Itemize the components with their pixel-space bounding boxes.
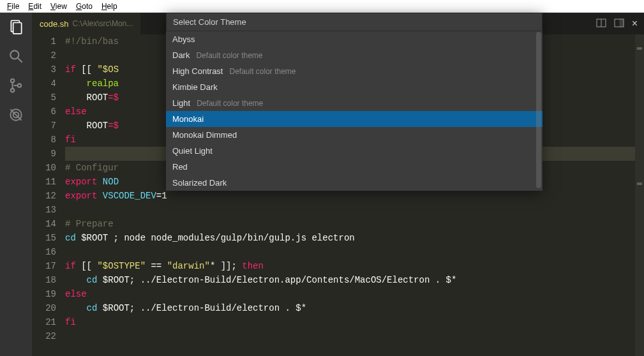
code-line[interactable]: [65, 329, 644, 343]
svg-point-6: [18, 84, 21, 87]
menu-goto[interactable]: Goto: [71, 2, 97, 11]
debug-icon[interactable]: [7, 106, 25, 124]
theme-option-abyss[interactable]: Abyss: [166, 31, 543, 47]
code-line[interactable]: fi: [65, 315, 644, 329]
code-line[interactable]: else: [65, 287, 644, 301]
line-gutter: 12345678910111213141516171819202122: [32, 34, 65, 356]
split-editor-icon[interactable]: [596, 18, 606, 30]
menu-view[interactable]: View: [46, 2, 71, 11]
editor-area: code.sh C:\Alex\src\Mon... × 12345678910…: [32, 13, 644, 356]
theme-option-solarized-dark[interactable]: Solarized Dark: [166, 175, 543, 191]
theme-option-monokai-dimmed[interactable]: Monokai Dimmed: [166, 127, 543, 143]
palette-scrollbar[interactable]: [536, 32, 541, 188]
svg-point-4: [11, 79, 14, 82]
svg-rect-13: [620, 19, 624, 27]
code-line[interactable]: [65, 203, 644, 217]
svg-line-3: [18, 58, 22, 63]
tab-filename: code.sh: [40, 19, 69, 29]
svg-rect-1: [13, 23, 22, 34]
code-line[interactable]: cd $ROOT; ../Electron-Build/electron . $…: [65, 301, 644, 315]
code-line[interactable]: if [[ "$OSTYPE" == "darwin"* ]]; then: [65, 259, 644, 273]
theme-option-quiet-light[interactable]: Quiet Light: [166, 143, 543, 159]
close-icon[interactable]: ×: [632, 18, 638, 30]
editor-tab[interactable]: code.sh C:\Alex\src\Mon...: [32, 13, 140, 34]
palette-title: Select Color Theme: [166, 13, 543, 31]
menu-file[interactable]: File: [3, 2, 24, 11]
menu-help[interactable]: Help: [97, 2, 122, 11]
git-icon[interactable]: [7, 77, 25, 94]
code-line[interactable]: # Prepare: [65, 217, 644, 231]
color-theme-picker: Select Color Theme AbyssDarkDefault colo…: [166, 13, 543, 191]
theme-option-light[interactable]: LightDefault color theme: [166, 95, 543, 111]
theme-option-monokai[interactable]: Monokai: [166, 111, 543, 127]
svg-point-5: [11, 89, 14, 92]
svg-point-2: [10, 50, 19, 59]
overview-ruler[interactable]: [635, 34, 644, 356]
code-line[interactable]: cd $ROOT ; node node_modules/gulp/bin/gu…: [65, 231, 644, 245]
explorer-icon[interactable]: [7, 18, 25, 36]
tab-actions: ×: [596, 18, 638, 30]
theme-option-dark[interactable]: DarkDefault color theme: [166, 47, 543, 63]
menubar[interactable]: FileEditViewGotoHelp: [0, 0, 644, 13]
menu-edit[interactable]: Edit: [24, 2, 46, 11]
theme-option-high-contrast[interactable]: High ContrastDefault color theme: [166, 63, 543, 79]
tab-filepath: C:\Alex\src\Mon...: [73, 19, 133, 28]
activity-bar: [0, 13, 32, 356]
theme-option-red[interactable]: Red: [166, 159, 543, 175]
more-actions-icon[interactable]: [614, 18, 624, 30]
code-line[interactable]: export VSCODE_DEV=1: [65, 189, 644, 203]
palette-list[interactable]: AbyssDarkDefault color themeHigh Contras…: [166, 31, 543, 191]
search-icon[interactable]: [7, 47, 25, 65]
code-line[interactable]: [65, 245, 644, 259]
theme-option-kimbie-dark[interactable]: Kimbie Dark: [166, 79, 543, 95]
code-line[interactable]: cd $ROOT; ../Electron-Build/Electron.app…: [65, 273, 644, 287]
